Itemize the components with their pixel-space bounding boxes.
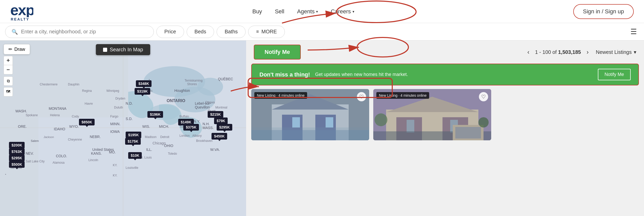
price-marker[interactable]: $196K	[147, 111, 163, 118]
agents-dropdown-icon: ▾	[316, 9, 318, 14]
hamburger-menu-button[interactable]: ☰	[628, 25, 639, 38]
svg-text:Toledo: Toledo	[168, 152, 177, 155]
main-nav: Buy Sell Agents ▾ Careers ▾	[252, 8, 354, 15]
listings-grid: New Listing · 4 minutes online ♡	[246, 89, 644, 140]
notify-me-button[interactable]: Notify Me	[254, 45, 301, 60]
nav-agents[interactable]: Agents ▾	[297, 8, 318, 15]
logo-exp: exp	[10, 2, 33, 19]
price-marker[interactable]: $175K	[125, 138, 141, 145]
svg-text:Madison: Madison	[145, 135, 156, 139]
price-marker[interactable]: $500K	[9, 161, 25, 168]
next-page-button[interactable]: ›	[585, 47, 591, 57]
svg-text:KANS.: KANS.	[91, 151, 102, 155]
svg-text:MICH.: MICH.	[159, 124, 169, 129]
price-marker[interactable]: $195K	[126, 132, 141, 138]
svg-text:Chestermere: Chestermere	[40, 83, 58, 86]
price-marker[interactable]: $295K	[9, 155, 25, 161]
prev-page-button[interactable]: ‹	[525, 47, 531, 57]
price-marker[interactable]: $450K	[212, 133, 227, 140]
svg-rect-90	[407, 120, 414, 133]
svg-text:MINN.: MINN.	[110, 122, 120, 126]
svg-text:exp: exp	[10, 2, 33, 17]
svg-text:Lincoln: Lincoln	[88, 158, 98, 162]
svg-text:Houghton: Houghton	[174, 89, 190, 93]
svg-text:Dauphin: Dauphin	[68, 83, 79, 86]
price-filter-button[interactable]: Price	[156, 26, 184, 38]
banner-title: Don't miss a thing!	[259, 71, 310, 78]
beds-filter-button[interactable]: Beds	[187, 26, 214, 38]
favorite-button[interactable]: ♡	[479, 92, 488, 101]
zoom-out-button[interactable]: −	[4, 65, 13, 74]
right-panel-header: Notify Me ‹ 1 - 100 of 1,503,185 › Newes…	[246, 41, 644, 64]
svg-text:Cody: Cody	[72, 115, 79, 118]
price-marker[interactable]: $850K	[79, 119, 95, 125]
main-content: WASH. ORE. Salem MONTANA Helena Jackson …	[0, 41, 644, 216]
notification-banner: Don't miss a thing! Get updates when new…	[251, 64, 639, 85]
map-search-icon	[103, 48, 107, 52]
listing-badge: New Listing · 4 minutes online	[254, 92, 307, 99]
svg-point-95	[375, 113, 387, 126]
map-area[interactable]: WASH. ORE. Salem MONTANA Helena Jackson …	[0, 41, 246, 216]
price-marker[interactable]: $200K	[9, 142, 25, 149]
svg-text:Duluth: Duluth	[114, 106, 123, 109]
svg-text:London: London	[179, 134, 190, 138]
nav-careers[interactable]: Careers ▾	[331, 8, 354, 15]
filters-icon: ≡	[256, 29, 259, 34]
map-type-button[interactable]: 🗺	[4, 87, 13, 96]
listing-card[interactable]: New Listing · 4 minutes online ♡	[373, 89, 491, 140]
banner-notify-button[interactable]: Notify Me	[598, 69, 631, 80]
careers-dropdown-icon: ▾	[353, 9, 354, 14]
svg-text:QUÉBEC: QUÉBEC	[218, 77, 233, 81]
price-marker[interactable]: $10K	[128, 152, 142, 159]
svg-text:Brookhaven: Brookhaven	[196, 139, 213, 143]
svg-text:Jackson: Jackson	[44, 135, 54, 139]
svg-text:WIS.: WIS.	[142, 124, 150, 129]
price-marker[interactable]: $295K	[217, 124, 232, 131]
header: exp REALTY Buy Sell Agents ▾ Careers ▾ S…	[0, 0, 644, 23]
svg-text:Dryden: Dryden	[115, 97, 125, 100]
svg-text:•: •	[5, 173, 6, 176]
svg-text:Lebel-sur-: Lebel-sur-	[195, 101, 211, 105]
logo-wrapper: exp REALTY	[10, 2, 33, 21]
pencil-icon: ✏	[8, 46, 12, 52]
search-in-map-button[interactable]: Search In Map	[96, 44, 150, 55]
banner-text: Get updates when new homes hit the marke…	[315, 72, 593, 77]
logo-area: exp REALTY	[10, 2, 33, 21]
svg-text:WASH.: WASH.	[15, 109, 27, 113]
svg-text:N.D.: N.D.	[126, 101, 133, 105]
search-input[interactable]	[21, 29, 147, 35]
svg-rect-94	[455, 127, 481, 139]
map-icon: 🗺	[6, 90, 10, 94]
svg-rect-81	[292, 117, 300, 127]
draw-button[interactable]: ✏ Draw	[4, 44, 30, 54]
svg-text:N.H.: N.H.	[203, 122, 210, 126]
svg-text:MONTANA: MONTANA	[49, 106, 67, 111]
svg-text:Salt Lake City: Salt Lake City	[26, 160, 45, 163]
price-marker[interactable]: $763K	[9, 148, 25, 155]
svg-text:IOWA: IOWA	[110, 130, 120, 134]
layers-button[interactable]: ⧉	[4, 76, 13, 86]
zoom-in-button[interactable]: +	[4, 56, 13, 65]
sort-dropdown-icon: ▾	[634, 49, 636, 55]
price-marker[interactable]: $348K	[136, 80, 152, 87]
svg-text:Quevillon: Quevillon	[195, 105, 210, 109]
svg-text:Spokane: Spokane	[26, 113, 38, 117]
price-marker[interactable]: $79K	[214, 117, 228, 124]
more-filters-button[interactable]: ≡ MORE	[248, 26, 285, 38]
price-marker[interactable]: $375K	[183, 124, 199, 131]
favorite-button[interactable]: ♡	[357, 92, 366, 101]
svg-text:IDAHO: IDAHO	[54, 127, 65, 131]
price-marker[interactable]: $319K	[135, 88, 150, 95]
svg-text:Fargo: Fargo	[110, 115, 118, 118]
price-marker[interactable]: $215K	[208, 111, 223, 118]
sign-in-button[interactable]: Sign in / Sign up	[573, 4, 634, 19]
listing-card[interactable]: New Listing · 4 minutes online ♡	[251, 89, 369, 140]
svg-text:Alamosa: Alamosa	[53, 161, 65, 164]
sort-dropdown[interactable]: Newest Listings ▾	[596, 49, 636, 55]
svg-text:United States: United States	[92, 148, 114, 152]
nav-sell[interactable]: Sell	[275, 8, 284, 15]
baths-filter-button[interactable]: Baths	[217, 26, 246, 38]
search-input-wrapper: 🔍	[5, 26, 154, 38]
svg-point-96	[478, 117, 489, 127]
nav-buy[interactable]: Buy	[252, 8, 262, 15]
